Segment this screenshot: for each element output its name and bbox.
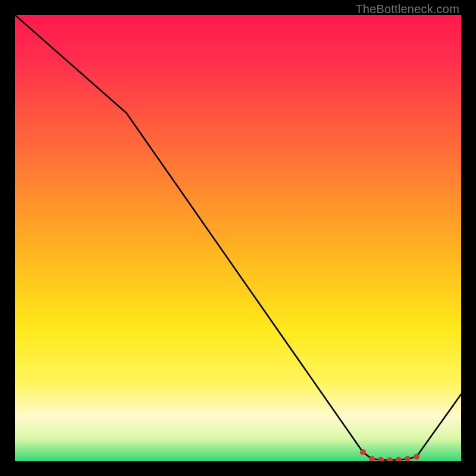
chart-marker [387,458,393,462]
chart-marker [360,449,366,455]
chart-line [15,15,461,461]
chart-plot-area [15,15,461,461]
chart-marker [414,454,419,460]
chart-markers [360,449,419,461]
chart-svg [15,15,461,461]
chart-marker [378,457,384,461]
chart-marker [396,457,402,461]
chart-marker [405,456,411,461]
attribution-label: TheBottleneck.com [355,2,459,16]
